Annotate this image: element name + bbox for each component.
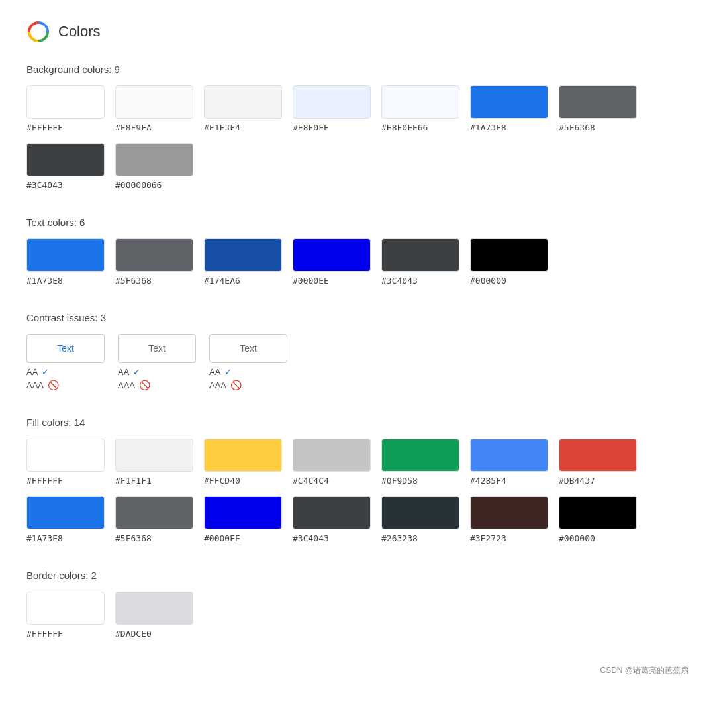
color-swatch (115, 496, 193, 529)
aa-check-icon: ✓ (133, 367, 140, 377)
color-swatch (26, 496, 105, 529)
color-label: #FFFFFF (26, 476, 105, 486)
color-swatch (26, 439, 105, 472)
contrast-item: TextAA ✓AAA 🚫 (118, 334, 196, 390)
color-label: #000000 (559, 533, 637, 543)
color-item: #1A73E8 (26, 238, 105, 286)
fill-colors-section: Fill colors: 14 #FFFFFF#F1F1F1#FFCD40#C4… (26, 417, 689, 543)
color-item: #4285F4 (470, 439, 548, 486)
color-label: #000000 (470, 276, 548, 286)
aaa-row: AAA 🚫 (26, 380, 105, 390)
footer: CSDN @诸葛亮的芭蕉扇 (26, 665, 689, 676)
color-label: #0000EE (293, 276, 371, 286)
contrast-button: Text (118, 334, 196, 363)
border-colors-title: Border colors: 2 (26, 570, 689, 581)
color-swatch (470, 238, 548, 272)
aa-check-icon: ✓ (42, 367, 49, 377)
aaa-cross-icon: 🚫 (230, 380, 242, 390)
color-label: #5F6368 (115, 276, 193, 286)
color-item: #3E2723 (470, 496, 548, 543)
color-swatch (204, 496, 282, 529)
color-item: #174EA6 (204, 238, 282, 286)
color-item: #5F6368 (559, 85, 637, 132)
color-item: #5F6368 (115, 496, 193, 543)
color-label: #E8F0FE (293, 123, 371, 132)
aa-label: AA (118, 367, 129, 377)
aaa-label: AAA (118, 380, 135, 390)
color-item: #DB4437 (559, 439, 637, 486)
aaa-label: AAA (209, 380, 226, 390)
color-item: #5F6368 (115, 238, 193, 286)
contrast-ratings: AA ✓AAA 🚫 (118, 367, 196, 390)
color-swatch (115, 439, 193, 472)
color-swatch (293, 238, 371, 272)
footer-text: CSDN @诸葛亮的芭蕉扇 (600, 666, 689, 675)
color-label: #FFCD40 (204, 476, 282, 486)
color-label: #1A73E8 (470, 123, 548, 132)
page-title: Colors (58, 23, 101, 40)
color-item: #3C4043 (26, 143, 105, 190)
color-label: #FFFFFF (26, 629, 105, 639)
color-swatch (470, 439, 548, 472)
aaa-cross-icon: 🚫 (48, 380, 59, 390)
color-item: #F1F1F1 (115, 439, 193, 486)
color-item: #E8F0FE66 (381, 85, 459, 132)
border-colors-grid: #FFFFFF#DADCE0 (26, 592, 689, 639)
aa-check-icon: ✓ (224, 367, 232, 377)
background-colors-title: Background colors: 9 (26, 64, 689, 75)
color-label: #0F9D58 (381, 476, 459, 486)
color-item: #3C4043 (293, 496, 371, 543)
fill-colors-grid: #FFFFFF#F1F1F1#FFCD40#C4C4C4#0F9D58#4285… (26, 439, 689, 543)
color-item: #F1F3F4 (204, 85, 282, 132)
aa-row: AA ✓ (209, 367, 287, 377)
color-swatch (26, 238, 105, 272)
color-swatch (26, 592, 105, 625)
color-label: #C4C4C4 (293, 476, 371, 486)
contrast-section: Contrast issues: 3 TextAA ✓AAA 🚫TextAA ✓… (26, 312, 689, 390)
contrast-button: Text (26, 334, 105, 363)
color-label: #3C4043 (26, 180, 105, 190)
color-item: #0000EE (293, 238, 371, 286)
contrast-grid: TextAA ✓AAA 🚫TextAA ✓AAA 🚫TextAA ✓AAA 🚫 (26, 334, 689, 390)
color-label: #1A73E8 (26, 276, 105, 286)
color-item: #1A73E8 (470, 85, 548, 132)
contrast-ratings: AA ✓AAA 🚫 (209, 367, 287, 390)
color-swatch (204, 85, 282, 119)
color-item: #000000 (470, 238, 548, 286)
color-swatch (115, 238, 193, 272)
background-colors-grid: #FFFFFF#F8F9FA#F1F3F4#E8F0FE#E8F0FE66#1A… (26, 85, 689, 190)
color-item: #00000066 (115, 143, 193, 190)
color-item: #FFCD40 (204, 439, 282, 486)
color-swatch (293, 496, 371, 529)
color-swatch (293, 85, 371, 119)
color-label: #263238 (381, 533, 459, 543)
aa-row: AA ✓ (26, 367, 105, 377)
color-swatch (559, 496, 637, 529)
color-swatch (204, 238, 282, 272)
color-swatch (115, 143, 193, 176)
text-colors-title: Text colors: 6 (26, 217, 689, 228)
color-label: #F1F3F4 (204, 123, 282, 132)
color-swatch (293, 439, 371, 472)
color-label: #3C4043 (381, 276, 459, 286)
color-label: #E8F0FE66 (381, 123, 459, 132)
color-swatch (381, 85, 459, 119)
color-label: #0000EE (204, 533, 282, 543)
color-swatch (381, 439, 459, 472)
color-item: #C4C4C4 (293, 439, 371, 486)
color-swatch (115, 85, 193, 119)
color-item: #3C4043 (381, 238, 459, 286)
color-label: #1A73E8 (26, 533, 105, 543)
color-label: #4285F4 (470, 476, 548, 486)
color-swatch (470, 85, 548, 119)
fill-colors-title: Fill colors: 14 (26, 417, 689, 428)
color-item: #000000 (559, 496, 637, 543)
color-swatch (115, 592, 193, 625)
color-label: #00000066 (115, 180, 193, 190)
color-swatch (381, 496, 459, 529)
background-colors-section: Background colors: 9 #FFFFFF#F8F9FA#F1F3… (26, 64, 689, 190)
color-label: #DB4437 (559, 476, 637, 486)
color-item: #F8F9FA (115, 85, 193, 132)
aa-label: AA (209, 367, 220, 377)
color-swatch (559, 439, 637, 472)
